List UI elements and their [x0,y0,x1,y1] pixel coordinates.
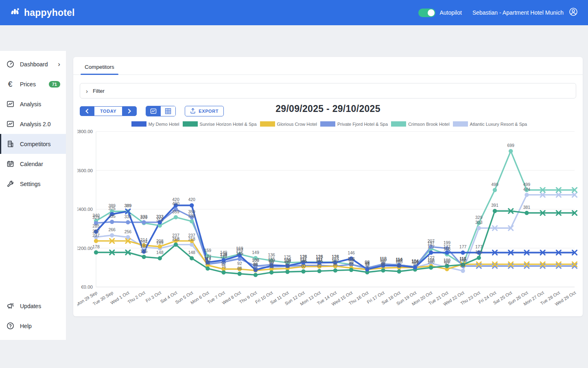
today-button[interactable]: TODAY [94,106,122,116]
svg-text:Thu 2 Oct: Thu 2 Oct [127,290,146,305]
sidebar-item-updates[interactable]: Updates [0,296,66,316]
svg-text:149: 149 [252,250,259,255]
svg-text:126: 126 [332,254,339,259]
logo-bird-icon [10,7,20,19]
export-label: EXPORT [199,109,219,114]
svg-text:88: 88 [349,262,354,267]
chart-toolbar: TODAY EXPORT 29/09/2025 - 29/10/2025 [80,105,576,117]
price-chart[interactable]: €0.00€200.00€400.00€600.00€800.00Mon 29 … [77,127,581,315]
sidebar-item-dashboard[interactable]: Dashboard › [0,54,66,74]
svg-text:256: 256 [125,229,132,234]
sidebar-item-analysis-2[interactable]: Analysis 2.0 [0,114,66,134]
sidebar-item-competitors[interactable]: Competitors [0,134,66,154]
svg-text:177: 177 [427,244,435,249]
app-logo[interactable]: happyhotel [10,7,75,19]
svg-text:75: 75 [221,264,226,269]
svg-text:85: 85 [333,262,338,267]
svg-text:Mon 6 Oct: Mon 6 Oct [190,290,210,305]
sidebar-item-analysis[interactable]: Analysis [0,94,66,114]
question-icon [6,322,15,331]
svg-text:150: 150 [475,250,483,254]
autopilot-toggle[interactable] [418,9,435,17]
sidebar-item-help[interactable]: Help [0,316,66,336]
sidebar-item-settings[interactable]: Settings [0,174,66,194]
content-card: Competitors › Filter TODAY [73,57,583,316]
svg-text:329: 329 [475,215,483,220]
euro-icon: € [6,80,15,89]
wrench-icon [6,180,15,188]
sidebar-item-calendar[interactable]: Calendar [0,154,66,174]
svg-text:335: 335 [108,214,116,219]
svg-text:148: 148 [188,250,195,255]
legend-label: Private Fjord Hotel & Spa [337,122,388,127]
autopilot-control: Autopilot [418,9,461,17]
legend-swatch [260,121,275,127]
svg-text:146: 146 [348,250,355,255]
svg-text:109: 109 [268,258,275,263]
svg-text:237: 237 [188,233,195,238]
account-name: Sebastian - Apartment Hotel Munich [472,9,564,16]
svg-text:499: 499 [491,182,498,187]
svg-text:178: 178 [92,244,100,249]
svg-text:100: 100 [427,259,435,264]
svg-text:91: 91 [365,261,370,266]
legend-item[interactable]: My Demo Hotel [131,121,180,127]
tab-competitors[interactable]: Competitors [81,60,118,74]
chart-area: My Demo HotelSunrise Horizon Hotel & Spa… [77,121,581,315]
svg-text:699: 699 [507,143,514,148]
svg-text:138: 138 [220,252,227,257]
legend-swatch [183,121,198,127]
building-icon [6,140,15,149]
svg-text:62: 62 [253,267,258,272]
svg-text:85: 85 [381,262,386,267]
svg-text:499: 499 [523,182,531,187]
svg-text:177: 177 [475,244,483,249]
svg-text:333: 333 [156,214,164,219]
svg-text:391: 391 [491,203,498,208]
svg-text:359: 359 [172,209,179,214]
legend-swatch [131,121,146,127]
svg-text:68: 68 [237,266,242,271]
view-mode-switch [146,106,176,116]
svg-text:182: 182 [140,243,148,248]
legend-label: Sunrise Horizon Hotel & Spa [200,122,257,127]
line-chart-icon [6,100,15,109]
svg-text:218: 218 [172,237,179,241]
toggle-knob [428,9,435,16]
legend-item[interactable]: Sunrise Horizon Hotel & Spa [182,121,258,127]
sidebar-item-label: Help [20,323,60,329]
legend-item[interactable]: Crimson Brook Hotel [390,121,450,127]
svg-text:92: 92 [237,261,242,266]
next-period-button[interactable] [122,106,137,116]
user-avatar-icon[interactable] [568,7,578,18]
chart-view-button[interactable] [146,106,161,116]
filter-panel-toggle[interactable]: › Filter [80,83,576,99]
svg-text:266: 266 [108,227,116,232]
legend-item[interactable]: Atlantic Luxury Resort & Spa [452,121,528,127]
speedometer-icon [6,60,15,69]
svg-text:148: 148 [156,250,164,255]
export-button[interactable]: EXPORT [185,106,224,116]
svg-text:333: 333 [125,214,132,219]
sidebar: Dashboard › € Prices 71 Analysis Analysi… [0,51,66,340]
table-view-button[interactable] [161,106,175,116]
sidebar-item-prices[interactable]: € Prices 71 [0,74,66,94]
line-chart-icon [6,120,15,129]
svg-text:83: 83 [461,263,466,267]
legend-label: Glorious Crow Hotel [277,122,317,127]
svg-text:88: 88 [253,262,258,267]
svg-text:Thu 9 Oct: Thu 9 Oct [238,290,258,305]
prev-period-button[interactable] [80,106,94,116]
account-menu[interactable]: Sebastian - Apartment Hotel Munich [472,7,578,18]
svg-text:474: 474 [523,187,531,192]
legend-item[interactable]: Glorious Crow Hotel [259,121,318,127]
calendar-icon [6,160,15,169]
sidebar-item-label: Dashboard [20,61,52,68]
svg-text:110: 110 [380,257,387,262]
svg-text:75: 75 [269,264,274,269]
date-nav-group: TODAY [80,106,137,116]
svg-text:159: 159 [204,248,212,253]
sidebar-item-label: Updates [20,303,60,309]
legend-item[interactable]: Private Fjord Hotel & Spa [319,121,389,127]
chevron-right-icon: › [58,61,60,68]
